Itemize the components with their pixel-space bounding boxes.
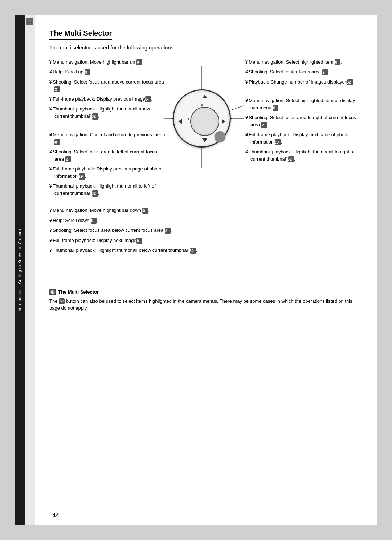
arrow-left [178,119,182,124]
bullet-up-3: ¥Shooting: Select focus area above curre… [49,78,166,93]
bullet-down-3: ¥Shooting: Select focus area below curre… [49,227,213,234]
left-column: ¥Menu navigation: Move highlight bar up … [49,59,166,200]
left-mid-bullets: ¥Menu navigation: Cancel and return to p… [49,131,166,197]
dot-left [188,118,189,120]
bullet-center-2: ¥Shooting: Select center focus area 72. [245,68,359,76]
note-title-text: The Multi Selector [58,289,99,295]
bullet-up-5: ¥Thumbnail playback: Highlight thumbnail… [49,105,166,120]
page-container: Introduction—Getting to Know the Camera … [15,15,377,525]
bullet-center-3: ¥Playback: Change number of images displ… [245,78,359,86]
intro-text: The multi selector is used for the follo… [49,44,359,52]
page-number: 14 [53,512,59,518]
bullet-up-2: ¥Help: Scroll up 39. [49,68,166,76]
menu-button-icon: OK [59,298,65,304]
main-content: The Multi Selector The multi selector is… [35,15,377,525]
bottom-note: The Multi Selector The OK button can als… [49,283,359,312]
note-icon [49,289,56,295]
bullet-left-1: ¥Menu navigation: Cancel and return to p… [49,131,166,145]
note-title: The Multi Selector [49,289,359,295]
bullet-down-1: ¥Menu navigation: Move highlight bar dow… [49,207,213,214]
camera-icon: 📷 [26,18,33,25]
arrow-down [202,138,207,142]
note-icon-svg [50,289,56,295]
dial-inner [190,107,219,136]
bullet-right-1: ¥Menu navigation: Select highlighted ite… [245,97,359,111]
bullet-right-3: ¥Full-frame playback: Display next page … [245,131,359,145]
note-text: The OK button can also be used to select… [49,298,359,312]
right-column: ¥Menu navigation: Select highlighted ite… [238,59,359,200]
arrow-up [202,95,207,98]
dial-diagram [171,88,233,149]
bullet-right-4: ¥Thumbnail playback: Highlight thumbnail… [245,148,359,162]
dial-center [215,131,225,142]
bullet-left-4: ¥Thumbnail playback: Highlight thumbnail… [49,182,166,197]
bullet-center-1: ¥Menu navigation: Select highlighted ite… [245,59,359,66]
center-diagram [166,59,238,200]
bullet-down-2: ¥Help: Scroll down 39. [49,217,213,224]
side-tab-text: Introduction—Getting to Know the Camera [17,229,22,311]
bullet-left-3: ¥Full-frame playback: Display previous p… [49,165,166,180]
right-bottom-bullets: ¥Menu navigation: Select highlighted ite… [245,97,359,162]
bullet-up-4: ¥Full-frame playback: Display previous i… [49,96,166,103]
icon-strip: 📷 [25,15,35,525]
dot-top [201,104,203,106]
bullet-right-2: ¥Shooting: Select focus area to right of… [245,114,359,128]
section-title: The Multi Selector [49,29,112,40]
side-tab: Introduction—Getting to Know the Camera [15,15,25,525]
bullet-left-2: ¥Shooting: Select focus area to left of … [49,148,166,162]
bottom-left-bullets: ¥Menu navigation: Move highlight bar dow… [49,207,213,254]
bullet-up-1: ¥Menu navigation: Move highlight bar up … [49,59,166,66]
left-top-bullets: ¥Menu navigation: Move highlight bar up … [49,59,166,120]
svg-point-12 [52,291,53,293]
bullet-down-4: ¥Full-frame playback: Display next image… [49,237,213,244]
diagram-area: ¥Menu navigation: Move highlight bar up … [49,59,359,200]
bullet-down-5: ¥Thumbnail playback: Highlight thumbnail… [49,247,213,254]
dial-outer [173,89,231,148]
arrow-right [222,119,225,124]
right-top-bullets: ¥Menu navigation: Select highlighted ite… [245,59,359,86]
